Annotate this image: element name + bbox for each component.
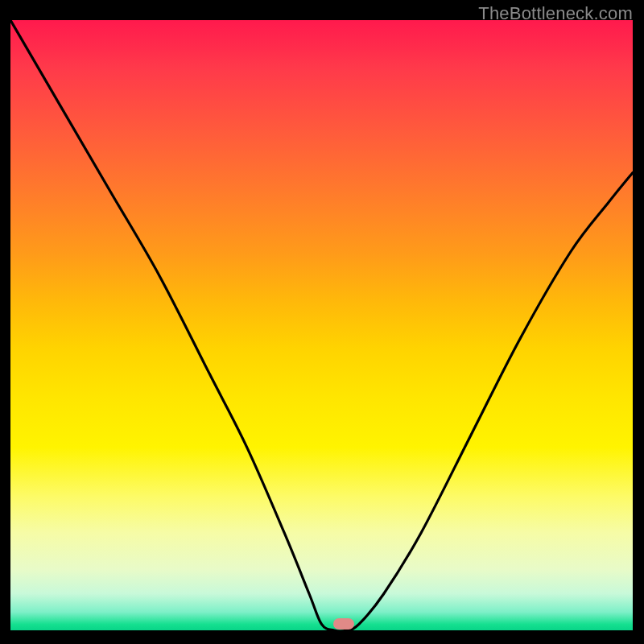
bottleneck-curve	[10, 20, 633, 630]
chart-stage: TheBottleneck.com	[0, 0, 644, 644]
optimum-marker	[333, 618, 354, 630]
plot-area	[10, 20, 633, 630]
curve-path	[10, 20, 633, 630]
